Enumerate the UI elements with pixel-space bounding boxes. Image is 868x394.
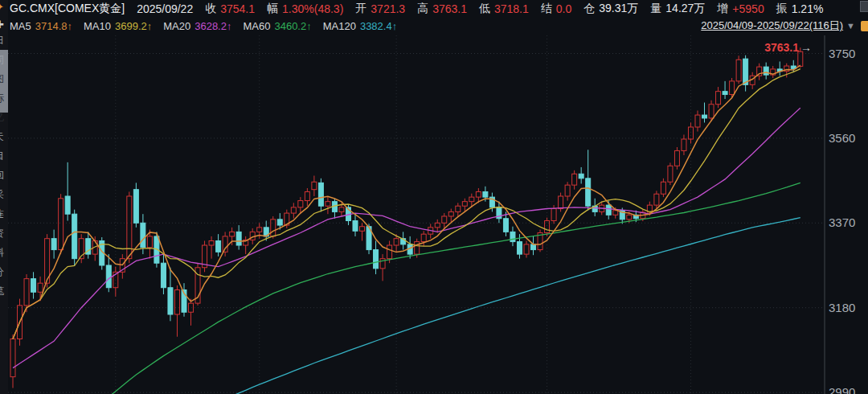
toolbar-glyph[interactable]: 标 bbox=[0, 93, 7, 103]
y-axis-tick: 3750 bbox=[829, 47, 855, 60]
toolbar-glyph[interactable]: 采 bbox=[0, 190, 7, 199]
toolbar-glyph[interactable]: 目 bbox=[0, 151, 7, 161]
window-icon[interactable] bbox=[860, 1, 868, 12]
y-axis-tick: 3370 bbox=[829, 215, 855, 229]
ma20-legend: MA203628.2↑ bbox=[163, 20, 231, 32]
date-range-selector[interactable]: 2025/04/09-2025/09/22(116日) ▼ bbox=[701, 18, 868, 33]
settle-value: 0.0 bbox=[556, 2, 571, 15]
toolbar-glyph[interactable]: 资 bbox=[0, 228, 7, 238]
amplitude-value: 1.21% bbox=[792, 2, 824, 15]
last-price-value: 3763.1 bbox=[764, 41, 799, 54]
oi-change-value: +5950 bbox=[732, 2, 764, 15]
field-close: 收3754.1 bbox=[205, 2, 255, 16]
field-open-interest: 仓39.31万 bbox=[583, 2, 638, 16]
volume-value: 14.27万 bbox=[665, 2, 705, 16]
toolbar-glyph[interactable]: 料 bbox=[0, 248, 7, 257]
ma10-legend: MA103699.2↑ bbox=[84, 20, 152, 32]
quote-header: GC.CMX[COMEX黄金] 2025/09/22 收3754.1 幅1.30… bbox=[10, 0, 857, 18]
ma5-value: 3714.8↑ bbox=[35, 20, 72, 32]
toolbar-glyph[interactable]: 图 bbox=[0, 74, 7, 84]
y-axis-tick: 2990 bbox=[829, 385, 855, 394]
field-amplitude: 振1.21% bbox=[776, 2, 824, 16]
ma120-legend: MA1203382.4↑ bbox=[323, 20, 397, 32]
toolbar-glyph[interactable]: 周 bbox=[0, 55, 7, 64]
open-interest-value: 39.31万 bbox=[599, 2, 638, 16]
quote-date: 2025/09/22 bbox=[137, 2, 193, 15]
ma10-value: 3699.2↑ bbox=[115, 20, 152, 32]
toolbar-glyph[interactable]: 天 bbox=[0, 132, 7, 142]
right-arrow-icon: → bbox=[800, 41, 812, 54]
field-change: 幅1.30%(48.3) bbox=[267, 2, 343, 16]
field-volume: 量14.27万 bbox=[650, 2, 705, 16]
high-value: 3763.1 bbox=[432, 2, 467, 15]
field-settle: 结0.0 bbox=[541, 2, 571, 16]
date-range-label[interactable]: 2025/04/09-2025/09/22(116日) bbox=[701, 18, 843, 33]
chevron-down-icon[interactable]: ▼ bbox=[846, 21, 855, 31]
toolbar-glyph[interactable]: 连 bbox=[0, 209, 7, 219]
low-value: 3718.1 bbox=[494, 2, 529, 15]
field-open: 开3721.3 bbox=[355, 2, 405, 16]
toolbar-glyph[interactable]: 回 bbox=[0, 170, 7, 180]
ma-legend: MA53714.8↑ MA103699.2↑ MA203628.2↑ MA603… bbox=[10, 20, 701, 32]
toolbar-glyph[interactable]: 亿 bbox=[0, 113, 7, 122]
ma-bar: MA53714.8↑ MA103699.2↑ MA203628.2↑ MA603… bbox=[10, 18, 868, 34]
field-oi-change: 增+5950 bbox=[717, 2, 764, 16]
open-value: 3721.3 bbox=[371, 2, 405, 15]
symbol-name: GC.CMX[COMEX黄金] bbox=[10, 2, 125, 16]
toolbar-glyph[interactable]: 日 bbox=[0, 35, 7, 45]
toolbar-glyph[interactable]: 笔 bbox=[0, 286, 7, 296]
ma5-legend: MA53714.8↑ bbox=[10, 20, 72, 32]
candlestick-chart[interactable]: 37503560337031802990 bbox=[0, 35, 868, 394]
crosshair-icon[interactable]: ✚ bbox=[0, 18, 4, 31]
trading-app-window: { "header": { "symbol": "GC.CMX[COMEX黄金]… bbox=[0, 0, 868, 394]
alert-icon[interactable] bbox=[861, 21, 868, 31]
toolbar-glyph[interactable]: 分 bbox=[0, 267, 7, 277]
y-axis-tick: 3560 bbox=[829, 131, 855, 145]
last-price-annotation: 3763.1 → bbox=[764, 41, 812, 54]
app-logo-icon[interactable]: ✦ bbox=[0, 1, 4, 13]
field-high: 高3763.1 bbox=[417, 2, 467, 16]
ma120-value: 3382.4↑ bbox=[360, 20, 397, 32]
field-low: 低3718.1 bbox=[479, 2, 529, 16]
left-toolbar[interactable]: ✦ ✚ 日周图标亿天目回采连资料分笔 bbox=[0, 0, 8, 394]
ma60-value: 3460.2↑ bbox=[274, 20, 311, 32]
change-value: 1.30%(48.3) bbox=[282, 2, 343, 15]
ma60-legend: MA603460.2↑ bbox=[243, 20, 311, 32]
ma20-value: 3628.2↑ bbox=[194, 20, 231, 32]
y-axis-tick: 3180 bbox=[829, 301, 855, 314]
close-value: 3754.1 bbox=[220, 2, 255, 15]
